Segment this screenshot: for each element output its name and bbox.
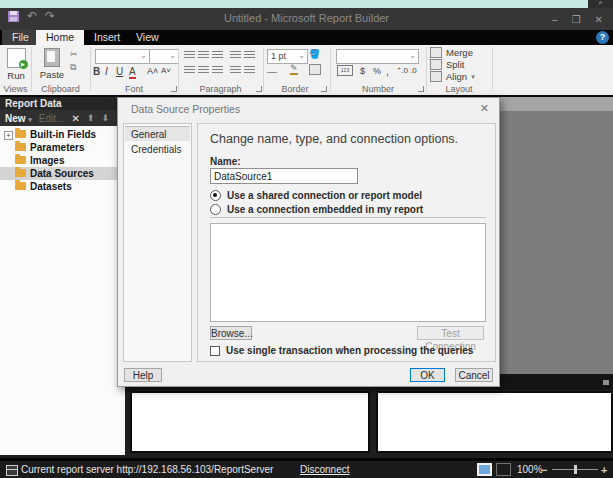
tree-item-built-in-fields[interactable]: + Built-in Fields <box>0 128 125 141</box>
tab-insert[interactable]: Insert <box>84 30 130 45</box>
radio-off-icon <box>210 204 221 215</box>
fill-color-icon[interactable]: 🪣 <box>309 49 320 59</box>
delete-icon[interactable]: ✕ <box>71 113 79 124</box>
zoom-in-icon[interactable]: + <box>601 464 607 476</box>
border-line-style-button[interactable]: — <box>267 66 277 77</box>
align-button[interactable]: Align ▾ <box>430 71 475 82</box>
align-icon <box>430 71 442 82</box>
close-icon[interactable]: ✕ <box>595 14 603 25</box>
folder-icon <box>15 169 26 177</box>
increase-indent-icon[interactable] <box>244 51 255 59</box>
move-down-icon[interactable]: ⬇ <box>101 113 109 123</box>
expand-icon[interactable]: + <box>4 131 13 140</box>
borders-icon[interactable] <box>309 64 321 75</box>
disconnect-link[interactable]: Disconnect <box>300 464 349 475</box>
checkbox-icon <box>210 346 220 356</box>
copy-icon[interactable]: ⧉ <box>70 62 76 73</box>
number-format-combo[interactable] <box>336 49 419 64</box>
font-dialog-launcher-icon[interactable] <box>171 86 177 92</box>
new-button[interactable]: New ▾ <box>5 113 32 124</box>
bold-button[interactable]: B <box>93 66 100 77</box>
align-right-icon[interactable] <box>212 66 223 74</box>
cut-icon[interactable]: ✂ <box>70 49 78 59</box>
align-center-icon[interactable] <box>198 66 209 74</box>
group-views-label: Views <box>0 84 31 94</box>
folder-icon <box>15 143 26 151</box>
tab-file[interactable]: File <box>2 30 39 45</box>
zoom-slider-thumb[interactable] <box>574 465 577 474</box>
window-title: Untitled - Microsoft Report Builder <box>0 12 613 24</box>
folder-icon <box>15 182 26 190</box>
tree-item-data-sources[interactable]: Data Sources <box>0 167 125 180</box>
folder-icon <box>15 156 26 164</box>
row-groups-pane[interactable] <box>130 391 370 453</box>
column-groups-pane[interactable] <box>376 391 613 453</box>
dialog-close-icon[interactable]: ✕ <box>480 102 489 115</box>
run-button[interactable]: Run <box>1 48 31 81</box>
percent-button[interactable]: % <box>373 66 381 76</box>
numbered-list-icon[interactable] <box>244 66 255 74</box>
merge-button[interactable]: Merge <box>430 47 473 58</box>
font-size-combo[interactable] <box>149 49 179 64</box>
zoom-out-icon[interactable]: − <box>541 464 547 476</box>
tree-item-datasets[interactable]: Datasets <box>0 180 125 193</box>
collapse-chevron-icon[interactable]: ^ <box>588 0 613 8</box>
underline-button[interactable]: U <box>116 66 123 77</box>
edit-button[interactable]: Edit... <box>39 113 65 124</box>
italic-button[interactable]: I <box>105 66 108 77</box>
cancel-button[interactable]: Cancel <box>455 368 493 382</box>
nav-item-general[interactable]: General <box>125 126 190 141</box>
dialog-nav: General Credentials <box>123 123 192 362</box>
server-status-text: Current report server http://192.168.56.… <box>21 464 273 475</box>
border-width-combo[interactable]: 1 pt <box>267 49 308 64</box>
report-builder-window: ^ ↶ ↷ Untitled - Microsoft Report Builde… <box>0 0 613 478</box>
print-layout-icon[interactable] <box>496 463 511 476</box>
maximize-icon[interactable]: ❐ <box>572 14 581 25</box>
top-accent-strip <box>0 0 613 8</box>
paste-button[interactable]: Paste <box>37 48 67 80</box>
name-input[interactable] <box>210 168 358 184</box>
split-button[interactable]: Split <box>430 59 464 70</box>
help-icon[interactable]: ? <box>596 31 609 44</box>
radio-on-icon <box>210 190 221 201</box>
align-bottom-icon[interactable] <box>212 51 223 59</box>
tree-item-images[interactable]: Images <box>0 154 125 167</box>
browse-button[interactable]: Browse... <box>210 326 252 340</box>
move-up-icon[interactable]: ⬆ <box>87 113 95 123</box>
radio-embedded-connection[interactable]: Use a connection embedded in my report <box>210 204 423 215</box>
currency-button[interactable]: $ <box>360 66 365 76</box>
help-button[interactable]: Help <box>124 368 162 382</box>
minimize-icon[interactable]: – <box>552 14 558 25</box>
font-color-button[interactable]: A <box>129 66 136 79</box>
border-dialog-launcher-icon[interactable] <box>321 86 327 92</box>
design-view-icon[interactable] <box>477 463 492 476</box>
tree-item-parameters[interactable]: Parameters <box>0 141 125 154</box>
comma-button[interactable]: , <box>386 66 389 77</box>
bullet-list-icon[interactable] <box>230 66 241 74</box>
paragraph-dialog-launcher-icon[interactable] <box>256 86 262 92</box>
decrease-indent-icon[interactable] <box>230 51 241 59</box>
grow-font-button[interactable]: A˄ <box>147 66 158 76</box>
shrink-font-button[interactable]: A˅ <box>161 66 171 75</box>
ok-button[interactable]: OK <box>410 368 445 382</box>
decrease-decimals-button[interactable]: .0 <box>410 66 417 75</box>
single-transaction-checkbox[interactable]: Use single transaction when processing t… <box>210 345 473 356</box>
number-format-icon[interactable]: 123 <box>337 65 353 76</box>
number-dialog-launcher-icon[interactable] <box>418 86 424 92</box>
test-connection-button[interactable]: Test Connection <box>417 326 484 340</box>
nav-item-credentials[interactable]: Credentials <box>125 142 196 157</box>
radio-shared-connection[interactable]: Use a shared connection or report model <box>210 190 422 201</box>
font-name-combo[interactable] <box>95 49 150 64</box>
tab-view[interactable]: View <box>126 30 169 45</box>
merge-icon <box>430 47 442 58</box>
align-middle-icon[interactable] <box>198 51 209 59</box>
shared-connection-list[interactable] <box>210 223 486 322</box>
report-data-toolbar: New ▾ Edit... ✕ ⬆ ⬇ <box>0 110 125 126</box>
report-data-panel-title: Report Data <box>0 97 125 110</box>
tab-home[interactable]: Home <box>36 30 84 45</box>
increase-decimals-button[interactable]: ⁺.0 <box>397 66 408 75</box>
border-color-icon[interactable]: ✎ <box>290 63 298 75</box>
align-left-icon[interactable] <box>184 66 195 74</box>
align-top-icon[interactable] <box>184 51 195 59</box>
grip-icon[interactable] <box>603 380 609 385</box>
